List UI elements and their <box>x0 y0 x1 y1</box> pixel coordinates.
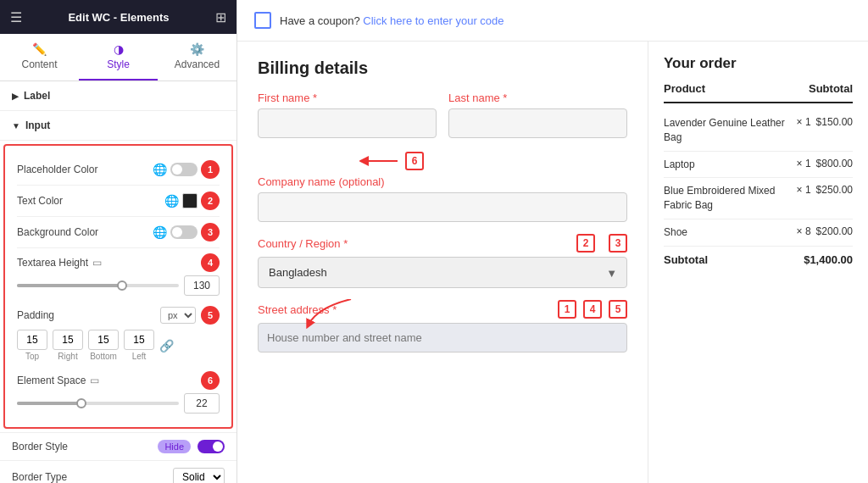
padding-top-label: Top <box>17 352 47 361</box>
country-select[interactable]: Bangladesh <box>258 257 627 288</box>
order-item-1: Laptop × 1 $800.00 <box>664 152 853 179</box>
element-space-label: Element Space ▭ <box>17 375 99 386</box>
padding-right-input[interactable] <box>53 330 83 350</box>
street-group: Street address * 1 4 5 <box>258 300 627 353</box>
tab-advanced[interactable]: ⚙️ Advanced <box>158 34 236 80</box>
border-type-row: Border Type Solid <box>0 460 236 483</box>
textarea-height-input[interactable]: 130 <box>184 275 220 296</box>
placeholder-color-label: Placeholder Color <box>17 164 153 175</box>
element-space-badge: 6 <box>201 371 220 390</box>
annotation-badge-1: 1 <box>558 300 576 319</box>
annotation-badge-2: 2 <box>576 234 595 253</box>
element-space-input[interactable]: 22 <box>184 393 220 414</box>
panel-header: ☰ Edit WC - Elements ⊞ <box>0 0 236 34</box>
country-label: Country / Region * <box>258 237 348 250</box>
padding-left-label: Left <box>124 352 154 361</box>
order-item-3-price: $200.00 <box>816 225 853 237</box>
billing-section: Billing details First name * Last name * <box>237 42 648 483</box>
order-item-0-name: Lavender Genuine Leather Bag <box>664 116 792 145</box>
order-subtotal-row: Subtotal $1,400.00 <box>664 247 853 273</box>
border-type-select[interactable]: Solid <box>173 468 225 483</box>
order-item-0-price: $150.00 <box>816 116 853 128</box>
tab-style[interactable]: ◑ Style <box>79 34 158 80</box>
order-subtotal-label: Subtotal <box>664 253 708 266</box>
left-panel: ☰ Edit WC - Elements ⊞ ✏️ Content ◑ Styl… <box>0 0 237 483</box>
annotation-row-6: 6 <box>258 150 627 174</box>
label-arrow-icon: ▶ <box>12 92 19 101</box>
input-section-title: Input <box>25 119 50 131</box>
first-name-label: First name * <box>258 92 437 104</box>
right-area: Have a coupon? Click here to enter your … <box>237 0 868 483</box>
border-hide-badge: Hide <box>158 440 191 453</box>
menu-icon[interactable]: ☰ <box>10 9 22 25</box>
text-color-badge: 2 <box>201 192 220 210</box>
order-subtotal-value: $1,400.00 <box>804 253 853 266</box>
element-space-track[interactable] <box>17 402 179 405</box>
billing-title: Billing details <box>258 58 627 78</box>
company-name-input[interactable] <box>258 192 627 222</box>
padding-unit-select[interactable]: px <box>160 307 196 324</box>
main-content: Billing details First name * Last name * <box>237 42 868 483</box>
padding-link-icon[interactable]: 🔗 <box>159 339 174 353</box>
annotation-badge-6: 6 <box>405 152 424 170</box>
placeholder-globe-icon[interactable]: 🌐 <box>153 163 167 176</box>
padding-top-field: Top <box>17 330 47 361</box>
order-subtotal-header: Subtotal <box>809 82 853 95</box>
order-item-2: Blue Embroidered Mixed Fabric Bag × 1 $2… <box>664 178 853 219</box>
placeholder-badge: 1 <box>201 160 220 179</box>
last-name-label: Last name * <box>448 92 627 104</box>
style-icon: ◑ <box>114 42 124 56</box>
textarea-height-track[interactable] <box>17 284 179 287</box>
padding-left-input[interactable] <box>124 330 154 350</box>
element-space-row: Element Space ▭ 6 22 <box>17 366 220 419</box>
order-item-3-qty: × 8 <box>792 225 816 237</box>
padding-right-field: Right <box>53 330 83 361</box>
text-color-swatch[interactable] <box>182 193 198 208</box>
padding-right-label: Right <box>53 352 83 361</box>
order-item-2-qty: × 1 <box>792 184 816 196</box>
first-name-input[interactable] <box>258 108 437 138</box>
placeholder-color-row: Placeholder Color 🌐 1 <box>17 154 220 186</box>
order-item-0-qty: × 1 <box>792 116 816 128</box>
order-title: Your order <box>664 55 853 72</box>
text-globe-icon[interactable]: 🌐 <box>164 194 179 208</box>
border-type-label: Border Type <box>12 471 67 483</box>
padding-bottom-field: Bottom <box>88 330 119 361</box>
order-item-1-qty: × 1 <box>792 158 816 169</box>
order-item-2-name: Blue Embroidered Mixed Fabric Bag <box>664 184 792 213</box>
order-item-1-price: $800.00 <box>816 158 853 169</box>
label-section-header[interactable]: ▶ Label <box>0 81 236 111</box>
company-name-label: Company name (optional) <box>258 175 627 188</box>
background-color-row: Background Color 🌐 3 <box>17 217 220 248</box>
annotation-badge-5: 5 <box>609 300 627 319</box>
order-item-0: Lavender Genuine Leather Bag × 1 $150.00 <box>664 110 853 152</box>
textarea-icon: ▭ <box>92 257 102 269</box>
padding-top-input[interactable] <box>17 330 47 350</box>
label-section-title: Label <box>24 90 50 102</box>
tab-content[interactable]: ✏️ Content <box>0 34 79 80</box>
element-space-icon: ▭ <box>90 375 99 386</box>
bg-globe-icon[interactable]: 🌐 <box>153 225 167 239</box>
text-color-label: Text Color <box>17 195 164 207</box>
last-name-group: Last name * <box>448 92 627 138</box>
coupon-link[interactable]: Click here to enter your code <box>363 14 504 27</box>
order-item-3: Shoe × 8 $200.00 <box>664 219 853 247</box>
name-row: First name * Last name * <box>258 92 627 150</box>
padding-row: Padding px 5 Top Right <box>17 301 220 366</box>
grid-icon[interactable]: ⊞ <box>215 9 226 25</box>
order-summary: Your order Product Subtotal Lavender Gen… <box>648 42 868 483</box>
border-style-row: Border Style Hide <box>0 432 236 460</box>
last-name-input[interactable] <box>448 108 627 138</box>
textarea-height-label: Textarea Height ▭ <box>17 257 102 269</box>
content-icon: ✏️ <box>32 42 47 56</box>
company-name-group: Company name (optional) <box>258 175 627 222</box>
background-color-badge: 3 <box>201 223 220 242</box>
padding-left-field: Left <box>124 330 154 361</box>
annotation-badge-3: 3 <box>609 234 627 253</box>
background-color-toggle[interactable] <box>170 225 198 239</box>
padding-bottom-input[interactable] <box>88 330 119 350</box>
border-style-toggle[interactable] <box>198 440 225 453</box>
input-section-header[interactable]: ▼ Input <box>0 111 236 141</box>
padding-badge: 5 <box>201 306 220 325</box>
placeholder-color-toggle[interactable] <box>170 163 198 176</box>
